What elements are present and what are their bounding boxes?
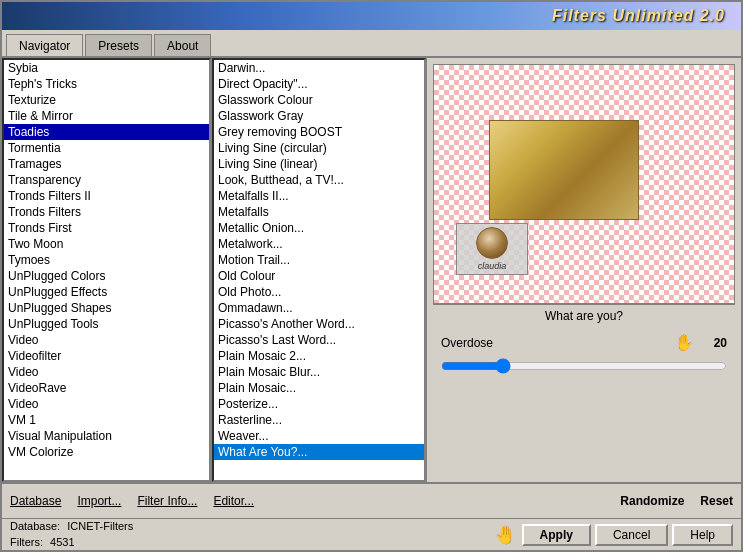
database-name: ICNET-Filters (67, 520, 133, 532)
middle-list-item[interactable]: Picasso's Another Word... (214, 316, 424, 332)
left-list-item[interactable]: UnPlugged Effects (4, 284, 209, 300)
left-list-item[interactable]: Tronds Filters (4, 204, 209, 220)
middle-list-item[interactable]: Motion Trail... (214, 252, 424, 268)
left-list-item[interactable]: Tronds First (4, 220, 209, 236)
left-list-item[interactable]: Tormentia (4, 140, 209, 156)
watermark-avatar (476, 227, 508, 259)
watermark-text: claudia (478, 261, 507, 271)
middle-list-item[interactable]: Darwin... (214, 60, 424, 76)
left-list-item[interactable]: Tramages (4, 156, 209, 172)
left-list-item[interactable]: Sybia (4, 60, 209, 76)
middle-list-item[interactable]: Living Sine (circular) (214, 140, 424, 156)
left-list-item[interactable]: Toadies (4, 124, 209, 140)
status-bar: Database: ICNET-Filters Filters: 4531 🤚 … (2, 518, 741, 550)
left-list-item[interactable]: Videofilter (4, 348, 209, 364)
left-list-item[interactable]: VideoRave (4, 380, 209, 396)
left-list-item[interactable]: Tronds Filters II (4, 188, 209, 204)
middle-list-item[interactable]: Living Sine (linear) (214, 156, 424, 172)
middle-list-item[interactable]: Glasswork Gray (214, 108, 424, 124)
overdose-value: 20 (702, 336, 727, 350)
middle-list-item[interactable]: Metalfalls II... (214, 188, 424, 204)
database-info: Database: ICNET-Filters (10, 519, 133, 534)
tab-presets[interactable]: Presets (85, 34, 152, 56)
middle-list-item[interactable]: Metalwork... (214, 236, 424, 252)
middle-list-item[interactable]: Glasswork Colour (214, 92, 424, 108)
right-panel: claudia What are you? Overdose 🤚 20 (427, 58, 741, 482)
left-list-item[interactable]: Two Moon (4, 236, 209, 252)
middle-list-item[interactable]: Direct Opacity"... (214, 76, 424, 92)
left-list-item[interactable]: VM Colorize (4, 444, 209, 460)
overdose-label: Overdose (441, 336, 666, 350)
help-button[interactable]: Help (672, 524, 733, 546)
filters-count: 4531 (50, 536, 74, 548)
left-list-item[interactable]: UnPlugged Tools (4, 316, 209, 332)
overdose-row: Overdose 🤚 20 (433, 327, 735, 358)
middle-list-item[interactable]: Plain Mosaic... (214, 380, 424, 396)
middle-list-item[interactable]: Ommadawn... (214, 300, 424, 316)
cancel-button[interactable]: Cancel (595, 524, 668, 546)
middle-list-item[interactable]: Look, Butthead, a TV!... (214, 172, 424, 188)
apply-hand-icon: 🤚 (494, 524, 516, 546)
category-list[interactable]: SybiaTeph's TricksTexturizeTile & Mirror… (2, 58, 211, 482)
left-list-item[interactable]: Visual Manipulation (4, 428, 209, 444)
middle-panel: Darwin...Direct Opacity"...Glasswork Col… (212, 58, 427, 482)
tab-about[interactable]: About (154, 34, 211, 56)
left-list-item[interactable]: Teph's Tricks (4, 76, 209, 92)
middle-list-item[interactable]: Picasso's Last Word... (214, 332, 424, 348)
editor-button[interactable]: Editor... (213, 494, 254, 508)
hand-icon: 🤚 (674, 333, 694, 352)
title-bar: Filters Unlimited 2.0 (2, 2, 741, 30)
filter-info-button[interactable]: Filter Info... (137, 494, 197, 508)
overdose-slider-container (433, 358, 735, 381)
reset-button[interactable]: Reset (700, 494, 733, 508)
tab-bar: Navigator Presets About (2, 30, 741, 58)
main-content: SybiaTeph's TricksTexturizeTile & Mirror… (2, 58, 741, 482)
preview-rectangle (489, 120, 639, 220)
import-button[interactable]: Import... (77, 494, 121, 508)
left-list-item[interactable]: Texturize (4, 92, 209, 108)
middle-list-item[interactable]: Metalfalls (214, 204, 424, 220)
database-button[interactable]: Database (10, 494, 61, 508)
tab-navigator[interactable]: Navigator (6, 34, 83, 56)
left-list-item[interactable]: UnPlugged Colors (4, 268, 209, 284)
middle-list-item[interactable]: Old Photo... (214, 284, 424, 300)
left-list-item[interactable]: Video (4, 364, 209, 380)
preview-area: claudia (433, 64, 735, 304)
middle-list-item[interactable]: What Are You?... (214, 444, 424, 460)
apply-button[interactable]: Apply (522, 524, 591, 546)
middle-list-item[interactable]: Posterize... (214, 396, 424, 412)
middle-list-item[interactable]: Grey removing BOOST (214, 124, 424, 140)
middle-list-item[interactable]: Metallic Onion... (214, 220, 424, 236)
filter-list[interactable]: Darwin...Direct Opacity"...Glasswork Col… (212, 58, 426, 482)
middle-list-item[interactable]: Weaver... (214, 428, 424, 444)
filter-title: What are you? (433, 304, 735, 327)
app-title: Filters Unlimited 2.0 (552, 7, 725, 25)
bottom-toolbar: Database Import... Filter Info... Editor… (2, 482, 741, 518)
left-list-item[interactable]: Tile & Mirror (4, 108, 209, 124)
middle-list-item[interactable]: Plain Mosaic Blur... (214, 364, 424, 380)
middle-list-item[interactable]: Old Colour (214, 268, 424, 284)
left-list-item[interactable]: UnPlugged Shapes (4, 300, 209, 316)
middle-list-item[interactable]: Plain Mosaic 2... (214, 348, 424, 364)
randomize-button[interactable]: Randomize (620, 494, 684, 508)
left-list-item[interactable]: VM 1 (4, 412, 209, 428)
filters-info: Filters: 4531 (10, 535, 133, 550)
left-panel: SybiaTeph's TricksTexturizeTile & Mirror… (2, 58, 212, 482)
middle-list-item[interactable]: Rasterline... (214, 412, 424, 428)
status-info: Database: ICNET-Filters Filters: 4531 (10, 519, 133, 550)
left-list-item[interactable]: Tymoes (4, 252, 209, 268)
overdose-slider[interactable] (441, 358, 727, 374)
action-buttons: 🤚 Apply Cancel Help (494, 524, 733, 546)
main-window: Filters Unlimited 2.0 Navigator Presets … (0, 0, 743, 552)
left-list-item[interactable]: Video (4, 396, 209, 412)
watermark-badge: claudia (456, 223, 528, 275)
left-list-item[interactable]: Video (4, 332, 209, 348)
left-list-item[interactable]: Transparency (4, 172, 209, 188)
